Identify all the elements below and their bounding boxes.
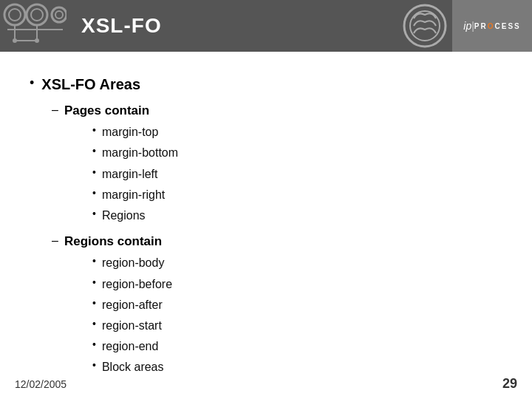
dash-icon: – [52,100,58,120]
main-bullet-item: • XSL-FO Areas [30,74,502,95]
list-item: • region-after [92,295,502,315]
brand-logo: ip | PROCESS [452,0,532,52]
logo-circle-icon [403,4,447,48]
bullet-dot-icon: • [92,164,96,182]
footer-date: 12/02/2005 [15,378,66,390]
list-item: • margin-right [92,185,502,205]
bullet-dot-icon: • [92,143,96,160]
svg-point-5 [55,11,63,18]
circuit-deco-icon [0,0,66,52]
bullet-dot-icon: • [92,295,96,313]
brand-process: PROCESS [474,22,521,30]
bullet-dot-icon: • [92,185,96,202]
bullet-dot-icon: • [92,122,96,140]
slide-content: • XSL-FO Areas – Pages contain • margin-… [0,52,532,398]
svg-point-4 [52,7,66,22]
section-regions-label: Regions contain [64,231,162,251]
list-item: • Block areas [92,357,502,377]
svg-point-10 [13,38,17,43]
footer: 12/02/2005 29 [15,376,517,392]
main-bullet-dot: • [30,74,34,92]
bullet-dot-icon: • [92,253,96,270]
bullet-dot-icon: • [92,274,96,292]
section-regions-header: – Regions contain [52,231,502,251]
list-item: • region-before [92,274,502,294]
footer-page: 29 [502,376,517,392]
list-item: • Regions [92,205,502,225]
svg-point-2 [27,4,47,25]
bullet-dot-icon: • [92,357,96,375]
section-pages: – Pages contain • margin-top • margin-bo… [52,100,502,225]
bullet-dot-icon: • [92,336,96,354]
pages-items: • margin-top • margin-bottom • margin-le… [92,122,502,225]
main-bullet-label: XSL-FO Areas [41,74,140,95]
section-regions: – Regions contain • region-body • region… [52,231,502,377]
slide-title: XSL-FO [81,14,162,38]
svg-point-11 [35,38,39,43]
list-item: • margin-top [92,122,502,142]
svg-point-1 [9,9,21,21]
list-item: • region-end [92,336,502,356]
svg-point-3 [31,9,43,21]
brand-ip: ip [463,20,471,32]
header: XSL-FO ip | PROCESS [0,0,532,52]
svg-point-0 [4,4,25,25]
list-item: • margin-left [92,164,502,184]
dash-icon: – [52,231,58,250]
bullet-dot-icon: • [92,205,96,223]
bullet-dot-icon: • [92,316,96,333]
section-pages-label: Pages contain [64,100,149,120]
regions-items: • region-body • region-before • region-a… [92,253,502,377]
list-item: • region-body [92,253,502,273]
list-item: • margin-bottom [92,143,502,163]
list-item: • region-start [92,316,502,335]
section-pages-header: – Pages contain [52,100,502,120]
